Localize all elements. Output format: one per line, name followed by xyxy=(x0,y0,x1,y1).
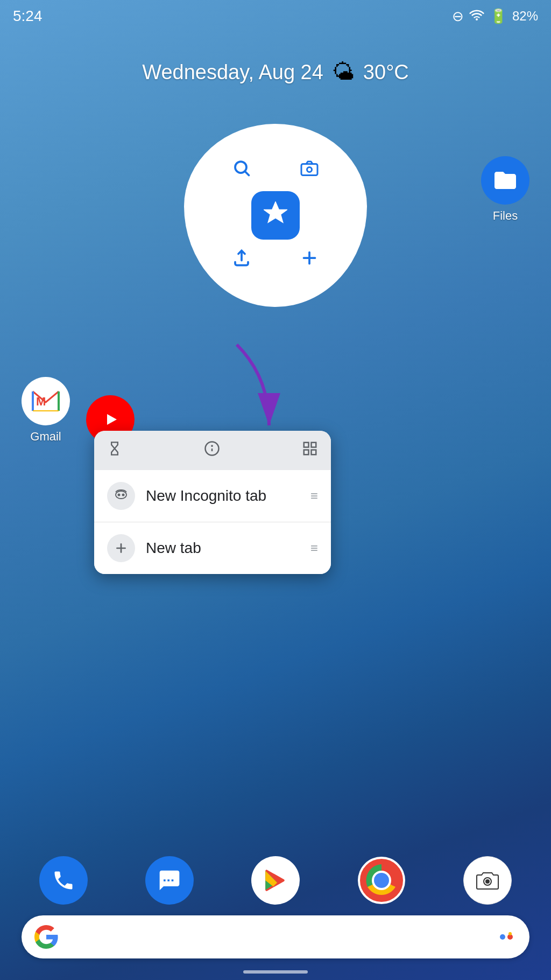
dock-play-store[interactable] xyxy=(251,856,300,905)
widget-search-icon[interactable] xyxy=(232,158,251,183)
status-time: 5:24 xyxy=(13,8,43,25)
svg-point-19 xyxy=(118,494,121,496)
wifi-icon xyxy=(469,9,484,24)
svg-rect-17 xyxy=(312,450,316,455)
dock-chrome[interactable] xyxy=(357,856,406,905)
svg-rect-15 xyxy=(312,443,316,447)
gmail-icon: M xyxy=(22,377,70,425)
widget-assistant-button[interactable] xyxy=(251,191,300,240)
weather-widget: Wednesday, Aug 24 🌤 30°C xyxy=(0,59,551,85)
google-widget xyxy=(184,124,367,307)
widget-bottom-row xyxy=(232,248,319,272)
hourglass-icon xyxy=(107,441,122,460)
new-tab-label: New tab xyxy=(146,540,300,557)
files-icon-circle xyxy=(481,156,529,205)
dock xyxy=(11,856,540,905)
new-tab-item[interactable]: New tab ≡ xyxy=(94,522,331,574)
svg-point-4 xyxy=(307,167,312,172)
context-menu-header xyxy=(94,431,331,470)
dock-phone[interactable] xyxy=(39,856,88,905)
widget-add-icon[interactable] xyxy=(300,248,319,272)
plus-icon-circle xyxy=(107,534,135,562)
widget-top-row xyxy=(232,158,319,183)
svg-line-2 xyxy=(245,172,249,176)
search-dots xyxy=(497,927,517,947)
dock-messages[interactable] xyxy=(145,856,194,905)
svg-point-0 xyxy=(476,18,478,20)
widget-share-icon[interactable] xyxy=(232,248,251,272)
svg-point-29 xyxy=(500,934,505,940)
search-bar[interactable] xyxy=(22,915,529,958)
gmail-app[interactable]: M Gmail xyxy=(22,377,70,444)
files-label: Files xyxy=(493,209,518,223)
new-tab-drag-handle: ≡ xyxy=(310,541,318,556)
google-g-logo xyxy=(34,925,58,949)
new-incognito-tab-label: New Incognito tab xyxy=(146,487,300,505)
nav-bar xyxy=(243,970,308,974)
dnd-icon: ⊖ xyxy=(452,8,464,25)
grid-icon[interactable] xyxy=(302,440,318,460)
weather-icon: 🌤 xyxy=(332,59,355,85)
status-icons: ⊖ 🔋 82% xyxy=(452,8,538,25)
weather-date: Wednesday, Aug 24 xyxy=(142,61,323,84)
purple-arrow xyxy=(204,334,312,442)
status-bar: 5:24 ⊖ 🔋 82% xyxy=(0,0,551,32)
svg-point-20 xyxy=(122,494,125,496)
new-incognito-tab-item[interactable]: New Incognito tab ≡ xyxy=(94,470,331,522)
svg-text:M: M xyxy=(36,395,46,408)
svg-rect-14 xyxy=(304,443,309,447)
weather-temp: 30°C xyxy=(363,61,409,84)
svg-rect-3 xyxy=(301,164,317,176)
svg-point-28 xyxy=(485,879,490,884)
assistant-icon xyxy=(264,201,287,230)
battery-percent: 82% xyxy=(512,9,538,24)
battery-icon: 🔋 xyxy=(490,8,507,25)
svg-point-26 xyxy=(374,873,389,888)
dock-camera[interactable] xyxy=(463,856,512,905)
files-app[interactable]: Files xyxy=(481,156,529,223)
incognito-icon-circle xyxy=(107,482,135,510)
info-icon[interactable] xyxy=(204,440,220,460)
svg-rect-16 xyxy=(304,450,309,455)
context-menu: New Incognito tab ≡ New tab ≡ xyxy=(94,431,331,574)
widget-camera-icon[interactable] xyxy=(300,158,319,183)
svg-point-31 xyxy=(508,932,512,935)
gmail-label: Gmail xyxy=(30,430,61,444)
svg-point-18 xyxy=(116,491,126,499)
incognito-drag-handle: ≡ xyxy=(310,488,318,503)
